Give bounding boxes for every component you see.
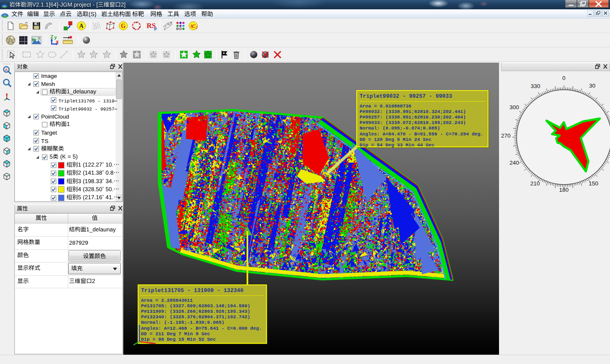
svg-text:A: A	[5, 68, 8, 72]
svg-text:210: 210	[530, 180, 540, 187]
svg-text:G: G	[121, 23, 126, 29]
svg-text:240: 240	[510, 160, 519, 166]
svg-text:30: 30	[589, 83, 595, 89]
svg-text:2: 2	[38, 36, 40, 40]
svg-text:x: x	[56, 39, 59, 45]
svg-text:A: A	[79, 23, 84, 29]
svg-text:2: 2	[195, 25, 198, 30]
svg-text:300: 300	[510, 104, 519, 110]
svg-text:180: 180	[559, 187, 569, 193]
svg-text:Z: Z	[50, 35, 53, 39]
svg-text:330: 330	[531, 83, 541, 89]
svg-text:150: 150	[589, 180, 599, 187]
svg-text:C: C	[192, 23, 196, 29]
svg-text:p: p	[154, 25, 157, 30]
svg-text:0: 0	[562, 75, 566, 81]
svg-text:270: 270	[501, 132, 510, 139]
